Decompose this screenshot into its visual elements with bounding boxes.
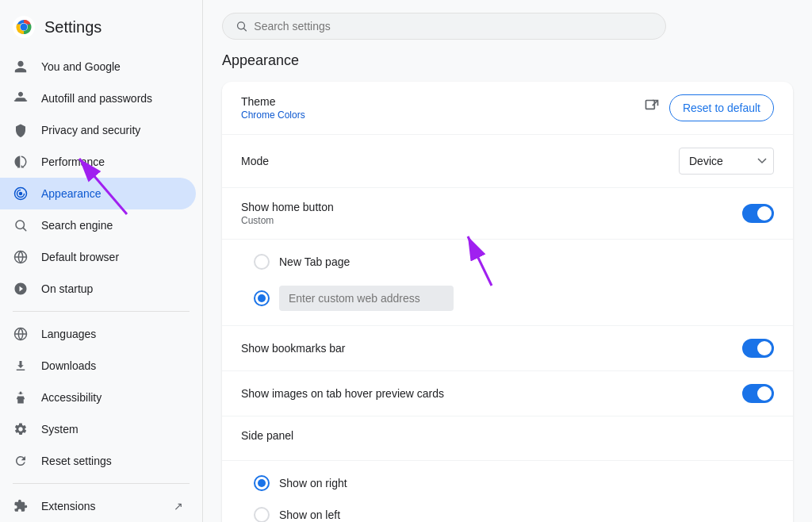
theme-row: Theme Chrome Colors Reset to default <box>222 82 793 135</box>
main-content: Appearance Theme Chrome Colors <box>203 0 812 522</box>
svg-rect-5 <box>14 100 28 102</box>
svg-line-9 <box>23 228 25 230</box>
mode-select[interactable]: Device Light Dark <box>679 148 774 175</box>
show-on-right-option[interactable]: Show on right <box>254 467 774 499</box>
autofill-icon <box>13 90 29 106</box>
default-browser-icon <box>13 249 29 265</box>
side-panel-options: Show on right Show on left <box>222 461 793 522</box>
sidebar-item-appearance-label: Appearance <box>41 187 102 200</box>
bookmarks-bar-row: Show bookmarks bar <box>222 326 793 371</box>
custom-address-input[interactable] <box>279 286 454 311</box>
bookmarks-toggle-control <box>742 339 774 358</box>
sidebar-item-reset-label: Reset settings <box>41 455 112 467</box>
bookmarks-bar-label: Show bookmarks bar <box>241 342 742 355</box>
performance-icon <box>13 154 29 170</box>
reset-to-default-button[interactable]: Reset to default <box>669 94 774 121</box>
sidebar-item-performance-label: Performance <box>41 155 105 168</box>
appearance-card: Theme Chrome Colors Reset to default <box>222 82 793 522</box>
sidebar-item-autofill-label: Autofill and passwords <box>41 92 152 105</box>
languages-icon <box>13 326 29 342</box>
custom-address-radio[interactable] <box>254 290 270 306</box>
side-panel-header-row: Side panel <box>222 416 793 461</box>
new-tab-radio[interactable] <box>254 254 270 270</box>
search-icon <box>236 20 247 33</box>
show-on-left-radio[interactable] <box>254 507 270 522</box>
extensions-icon <box>13 498 29 514</box>
sidebar-item-downloads-label: Downloads <box>41 359 96 372</box>
person-icon <box>13 59 29 75</box>
search-bar-container <box>203 0 812 52</box>
search-input[interactable] <box>254 20 653 33</box>
sidebar-item-extensions[interactable]: Extensions ↗ <box>0 490 196 522</box>
show-on-right-label: Show on right <box>279 477 347 489</box>
sidebar-item-system-label: System <box>41 423 79 436</box>
sidebar-item-on-startup[interactable]: On startup <box>0 273 196 305</box>
appearance-icon <box>13 186 29 202</box>
sidebar-item-downloads[interactable]: Downloads <box>0 350 196 382</box>
show-home-button-info: Show home button Custom <box>241 201 742 226</box>
show-home-toggle[interactable] <box>742 204 774 223</box>
sidebar-item-languages-label: Languages <box>41 328 96 340</box>
search-bar[interactable] <box>222 13 666 40</box>
theme-controls: Reset to default <box>644 94 774 121</box>
show-home-button-label: Show home button <box>241 201 742 213</box>
new-tab-option[interactable]: New Tab page <box>254 246 774 278</box>
section-title: Appearance <box>222 52 793 69</box>
new-tab-label: New Tab page <box>279 255 350 268</box>
show-on-left-label: Show on left <box>279 509 340 521</box>
sidebar-divider-2 <box>13 483 190 484</box>
side-panel-label: Side panel <box>241 429 774 442</box>
chrome-logo-icon <box>13 16 35 38</box>
sidebar-item-reset[interactable]: Reset settings <box>0 445 196 477</box>
sidebar-item-accessibility[interactable]: Accessibility <box>0 382 196 413</box>
mode-label: Mode <box>241 155 679 167</box>
shield-icon <box>13 122 29 138</box>
tab-hover-label: Show images on tab hover preview cards <box>241 387 742 400</box>
external-link-small-icon: ↗ <box>174 500 183 512</box>
reset-icon <box>13 453 29 469</box>
show-home-button-row: Show home button Custom <box>222 188 793 240</box>
sidebar-item-performance[interactable]: Performance <box>0 146 196 178</box>
sidebar-item-system[interactable]: System <box>0 413 196 445</box>
svg-line-19 <box>244 29 247 31</box>
tab-hover-toggle[interactable] <box>742 384 774 403</box>
app-title: Settings <box>44 18 102 36</box>
accessibility-icon <box>13 390 29 405</box>
sidebar-item-startup-label: On startup <box>41 282 93 295</box>
theme-label: Theme <box>241 95 644 108</box>
show-on-left-option[interactable]: Show on left <box>254 499 774 522</box>
show-home-toggle-control <box>742 204 774 223</box>
show-on-right-radio[interactable] <box>254 475 270 491</box>
tab-hover-toggle-control <box>742 384 774 403</box>
startup-icon <box>13 281 29 297</box>
sidebar-item-default-browser-label: Default browser <box>41 251 119 263</box>
sidebar-header: Settings <box>0 6 202 51</box>
theme-sublabel[interactable]: Chrome Colors <box>241 109 644 121</box>
theme-info: Theme Chrome Colors <box>241 95 644 121</box>
sidebar-item-default-browser[interactable]: Default browser <box>0 241 196 273</box>
downloads-icon <box>13 358 29 374</box>
custom-address-option[interactable] <box>254 278 774 319</box>
tab-hover-row: Show images on tab hover preview cards <box>222 371 793 416</box>
sidebar-item-search-engine[interactable]: Search engine <box>0 209 196 241</box>
sidebar-item-you-and-google[interactable]: You and Google <box>0 51 196 83</box>
svg-point-7 <box>19 192 23 196</box>
sidebar: Settings You and Google Autofill and pas… <box>0 0 203 522</box>
svg-point-4 <box>21 24 28 31</box>
sidebar-item-privacy-label: Privacy and security <box>41 124 140 136</box>
sidebar-item-accessibility-label: Accessibility <box>41 391 102 404</box>
search-engine-icon <box>13 217 29 233</box>
sidebar-item-extensions-label: Extensions <box>41 500 95 512</box>
home-button-options: New Tab page <box>222 240 793 326</box>
sidebar-item-privacy[interactable]: Privacy and security <box>0 114 196 146</box>
sidebar-divider-1 <box>13 311 190 312</box>
mode-row: Mode Device Light Dark <box>222 135 793 188</box>
sidebar-item-appearance[interactable]: Appearance <box>0 178 196 209</box>
show-home-button-sublabel: Custom <box>241 215 742 226</box>
bookmarks-toggle[interactable] <box>742 339 774 358</box>
theme-external-link-icon[interactable] <box>644 98 660 118</box>
sidebar-item-you-and-google-label: You and Google <box>41 60 121 73</box>
sidebar-item-languages[interactable]: Languages <box>0 318 196 350</box>
sidebar-item-autofill[interactable]: Autofill and passwords <box>0 83 196 114</box>
system-icon <box>13 421 29 437</box>
